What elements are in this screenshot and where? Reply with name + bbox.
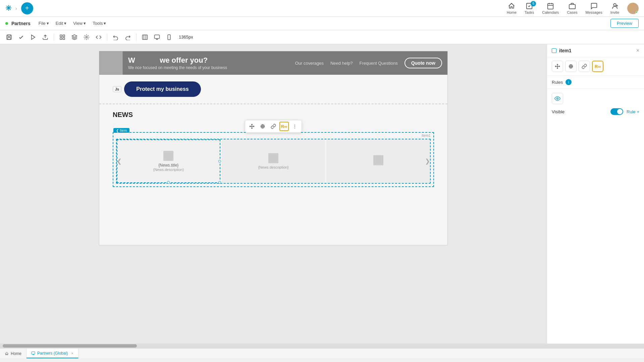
- tab-partners-global[interactable]: Partners (Global) ×: [26, 349, 78, 358]
- visible-label: Visible: [552, 109, 565, 114]
- eye-button[interactable]: [552, 93, 563, 104]
- rules-info-button[interactable]: i: [566, 79, 572, 85]
- panel-icon-row: R∞: [547, 57, 644, 76]
- news-nav-left[interactable]: ❮: [117, 158, 122, 165]
- tab-home[interactable]: Home: [0, 349, 26, 358]
- hero-nav-coverages[interactable]: Our coverages: [295, 61, 324, 66]
- edit-menu[interactable]: Edit ▾: [53, 19, 69, 27]
- tab-partners-label: Partners (Global): [37, 351, 68, 356]
- play-button[interactable]: [28, 33, 38, 42]
- svg-marker-7: [32, 35, 35, 40]
- preview-button[interactable]: Preview: [610, 19, 639, 28]
- svg-rect-16: [155, 35, 160, 39]
- canvas-area[interactable]: W we offer you? We nce focused on meetin…: [0, 44, 547, 344]
- horizontal-scrollbar[interactable]: [0, 344, 644, 348]
- panel-link-button[interactable]: [579, 61, 590, 72]
- app-logo: ✳: [5, 4, 11, 13]
- svg-rect-6: [8, 37, 10, 39]
- nav-messages-label: Messages: [586, 10, 602, 14]
- item-label-tag: ❮ Item: [113, 128, 129, 133]
- news-card-1-desc: {News.description}: [153, 168, 184, 172]
- news-card-2: {News.description}: [222, 139, 325, 183]
- nav-invite-label: Invite: [610, 10, 619, 14]
- move-tool-button[interactable]: [247, 122, 257, 131]
- nav-calendars-label: Calendars: [542, 10, 559, 14]
- nav-home[interactable]: Home: [507, 2, 517, 14]
- nav-expand-arrow[interactable]: ›: [15, 6, 17, 11]
- panel-move-button[interactable]: [552, 61, 563, 72]
- online-indicator: [636, 11, 638, 14]
- plus-icon: +: [25, 4, 29, 12]
- undo-button[interactable]: [111, 33, 121, 42]
- hero-quote-button[interactable]: Quote now: [405, 58, 442, 68]
- panel-style-button[interactable]: [565, 61, 577, 72]
- resize-handle-bottom[interactable]: [167, 181, 170, 184]
- svg-point-3: [613, 3, 616, 6]
- news-nav-right[interactable]: ❯: [425, 158, 430, 165]
- component-button[interactable]: [82, 33, 92, 42]
- add-button[interactable]: +: [21, 2, 33, 14]
- hero-image-placeholder: [99, 51, 123, 75]
- top-nav-icons: Home 6 Tasks Calendars Cases Messages In…: [507, 2, 639, 14]
- upload-button[interactable]: [40, 33, 50, 42]
- nav-calendars[interactable]: Calendars: [542, 2, 559, 14]
- panel-checkbox[interactable]: [552, 48, 556, 53]
- save-button[interactable]: [4, 33, 14, 42]
- desktop-button[interactable]: [152, 33, 162, 42]
- layers-button[interactable]: [69, 33, 79, 42]
- news-card-1: {News.title} {News.description}: [117, 139, 220, 183]
- mobile-button[interactable]: [164, 33, 174, 42]
- nav-cases[interactable]: Cases: [567, 2, 577, 14]
- news-item-inner: {News.title} {News.description} {News: [117, 139, 430, 183]
- right-panel: item1 × R∞ Rules i: [547, 44, 644, 344]
- top-nav-bar: ✳ › + Home 6 Tasks Calendars Cases Messa…: [0, 0, 644, 17]
- rules-tool-button[interactable]: R∞: [279, 122, 289, 131]
- rule-add-button[interactable]: Rule +: [627, 109, 639, 114]
- check-button[interactable]: [16, 33, 26, 42]
- view-menu[interactable]: View ▾: [70, 19, 89, 27]
- fullscreen-button[interactable]: [140, 33, 150, 42]
- item1-label: item1: [422, 133, 431, 137]
- svg-rect-15: [143, 35, 148, 40]
- hero-nav-faq[interactable]: Frequent Questions: [359, 61, 397, 66]
- toolbar-separator-2: [107, 34, 107, 41]
- visibility-section: Visible Rule +: [547, 89, 644, 119]
- user-avatar[interactable]: [627, 3, 639, 14]
- js-badge: Js: [113, 86, 121, 92]
- grid-button[interactable]: [57, 33, 67, 42]
- resize-handle-right[interactable]: [218, 160, 221, 163]
- svg-rect-9: [60, 35, 62, 37]
- toolbar: 1365px: [0, 30, 644, 44]
- tools-label: Tools: [93, 21, 103, 26]
- scroll-thumb[interactable]: [3, 344, 137, 348]
- visible-toggle[interactable]: [610, 108, 623, 115]
- nav-home-label: Home: [507, 10, 517, 14]
- code-button[interactable]: [94, 33, 104, 42]
- nav-invite[interactable]: Invite: [610, 2, 619, 14]
- hero-text-area: W we offer you? We nce focused on meetin…: [123, 51, 290, 75]
- more-tool-button[interactable]: ⋮: [290, 122, 300, 131]
- style-tool-button[interactable]: [258, 122, 267, 131]
- right-panel-title-row: item1: [552, 48, 572, 53]
- svg-rect-2: [569, 4, 575, 9]
- redo-button[interactable]: [123, 33, 133, 42]
- link-tool-button[interactable]: [269, 122, 278, 131]
- rules-label: Rules: [552, 80, 563, 85]
- news-section-title: NEWS: [113, 111, 434, 119]
- tools-menu[interactable]: Tools ▾: [90, 19, 109, 27]
- news-card-2-desc: {News.description}: [258, 165, 288, 169]
- nav-tasks[interactable]: 6 Tasks: [525, 2, 534, 14]
- hero-title: W we offer you?: [128, 56, 284, 65]
- item-toolbar: R∞ ⋮: [245, 120, 302, 133]
- panel-close-button[interactable]: ×: [636, 48, 639, 54]
- hero-nav-help[interactable]: Need help?: [330, 61, 353, 66]
- resize-handle-corner[interactable]: [218, 181, 221, 184]
- view-chevron: ▾: [84, 21, 86, 26]
- svg-rect-26: [32, 352, 35, 354]
- nav-cases-label: Cases: [567, 10, 577, 14]
- protect-button[interactable]: Protect my business: [124, 81, 201, 97]
- panel-rules-button[interactable]: R∞: [592, 61, 603, 72]
- tab-close-button[interactable]: ×: [71, 351, 73, 355]
- file-menu[interactable]: File ▾: [36, 19, 52, 27]
- nav-messages[interactable]: Messages: [586, 2, 602, 14]
